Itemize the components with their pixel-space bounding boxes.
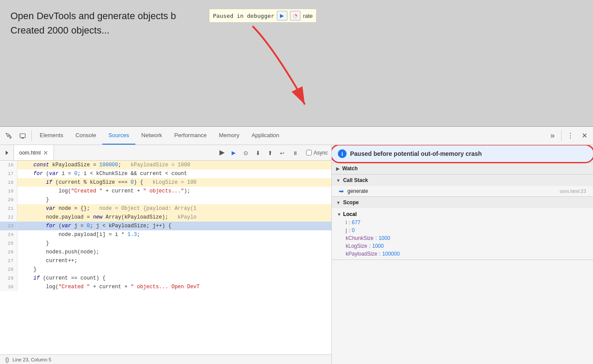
call-stack-toggle-icon: ▼ <box>336 178 340 183</box>
svg-rect-1 <box>20 134 25 138</box>
svg-text:⬇: ⬇ <box>256 150 260 156</box>
file-tab-oom[interactable]: oom.html ✕ <box>14 145 54 160</box>
oom-message-text: Paused before potential out-of-memory cr… <box>350 150 482 157</box>
svg-marker-3 <box>6 151 8 155</box>
scope-local-header[interactable]: ▼ Local <box>332 210 593 219</box>
call-stack-label: Call Stack <box>343 177 368 183</box>
step-button[interactable]: ⬆ <box>265 147 276 158</box>
toolbar-divider-1 <box>31 130 32 141</box>
oom-info-icon: i <box>338 149 347 158</box>
tab-performance[interactable]: Performance <box>168 127 212 145</box>
step-over-button[interactable]: ▶ <box>229 147 240 158</box>
file-tab-left-button[interactable] <box>0 145 14 160</box>
debugger-banner-text: Paused in debugger <box>213 13 274 19</box>
svg-text:▶: ▶ <box>232 150 236 156</box>
step-into-button[interactable]: ⊙ <box>241 147 252 158</box>
svg-text:⊙: ⊙ <box>243 150 248 156</box>
async-label[interactable]: Async <box>313 150 328 156</box>
code-line-21: 21 var node = {}; node = Object {payload… <box>0 204 331 213</box>
code-line-28: 28 } <box>0 265 331 274</box>
call-stack-arrow-icon: ➡ <box>339 188 344 195</box>
status-position: Line 23, Column 5 <box>13 357 51 362</box>
status-bar: {} Line 23, Column 5 <box>0 354 331 364</box>
debugger-banner: Paused in debugger ▶ ◔ rate <box>209 9 317 23</box>
tab-memory[interactable]: Memory <box>213 127 246 145</box>
scope-label: Scope <box>343 199 359 206</box>
call-stack-function-name: generate <box>347 188 559 194</box>
scope-content: ▼ Local i : 677 j : 0 kChunkSize <box>332 208 593 260</box>
watch-label: Watch <box>342 165 358 172</box>
scope-toggle-icon: ▼ <box>336 200 340 205</box>
file-tabbar: oom.html ✕ ▶ ⊙ ⬇ <box>0 145 331 161</box>
svg-rect-2 <box>21 138 24 138</box>
scope-section-header[interactable]: ▼ Scope <box>332 197 593 208</box>
devtools-panel: Elements Console Sources Network Perform… <box>0 126 593 364</box>
svg-text:⬆: ⬆ <box>268 150 273 156</box>
scope-local-label: Local <box>343 211 357 217</box>
svg-text:⏸: ⏸ <box>293 150 298 156</box>
more-tabs-button[interactable]: » <box>546 127 559 145</box>
pause-on-exceptions-button[interactable]: ⏸ <box>290 147 301 158</box>
code-editor[interactable]: 16 const kPayloadSize = 100000; kPayload… <box>0 161 331 354</box>
tab-sources[interactable]: Sources <box>102 127 135 145</box>
tab-application[interactable]: Application <box>246 127 286 145</box>
scope-var-kchunksize: kChunkSize : 1000 <box>332 234 593 242</box>
devtools-body: oom.html ✕ ▶ ⊙ ⬇ <box>0 145 593 364</box>
tab-elements[interactable]: Elements <box>34 127 69 145</box>
code-line-22: 22 node.payload = new Array(kPayloadSize… <box>0 213 331 222</box>
scope-var-kpayloadsize: kPayloadSize : 100000 <box>332 250 593 258</box>
file-tab-actions: ▶ ⊙ ⬇ ⬆ ↩ ⏸ <box>215 145 303 160</box>
code-line-25: 25 } <box>0 239 331 248</box>
devtools-menu-button[interactable]: ⋮ <box>563 127 577 145</box>
svg-marker-4 <box>219 150 225 155</box>
code-line-18: 18 if (current % kLogSize === 0) { kLogS… <box>0 178 331 187</box>
code-line-16: 16 const kPayloadSize = 100000; kPayload… <box>0 161 331 169</box>
status-icon: {} <box>5 356 9 363</box>
browser-page: Open DevTools and generate objects b Cre… <box>0 0 593 126</box>
watch-section-header[interactable]: ▶ Watch <box>332 163 593 174</box>
right-panel: i Paused before potential out-of-memory … <box>332 145 593 364</box>
call-stack-section: ▼ Call Stack ➡ generate oom.html:23 <box>332 175 593 197</box>
resume-button[interactable]: ▶ <box>277 11 287 20</box>
deactivate-breakpoints-button[interactable]: ↩ <box>277 147 289 158</box>
call-stack-location: oom.html:23 <box>559 189 586 194</box>
stop-button[interactable]: ◔ <box>290 11 300 20</box>
tab-network[interactable]: Network <box>135 127 168 145</box>
sources-panel: oom.html ✕ ▶ ⊙ ⬇ <box>0 145 332 364</box>
code-line-20: 20 } <box>0 195 331 204</box>
toolbar-spacer <box>285 127 546 145</box>
tab-console[interactable]: Console <box>69 127 102 145</box>
rate-label: rate <box>303 13 313 19</box>
async-checkbox-container: Async <box>303 145 331 160</box>
toolbar-divider-2 <box>561 130 562 141</box>
oom-message: i Paused before potential out-of-memory … <box>332 145 593 163</box>
scope-var-klogsize: kLogSize : 1000 <box>332 242 593 250</box>
devtools-close-button[interactable]: ✕ <box>577 127 591 145</box>
file-tab-spacer <box>54 145 215 160</box>
scope-var-j: j : 0 <box>332 226 593 234</box>
code-line-23: 23 for (var j = 0; j < kPayloadSize; j++… <box>0 222 331 230</box>
devtools-toolbar: Elements Console Sources Network Perform… <box>0 127 593 145</box>
code-line-19: 19 log("Created " + current + " objects.… <box>0 187 331 195</box>
code-line-26: 26 nodes.push(node); <box>0 248 331 256</box>
device-toolbar-button[interactable] <box>16 127 30 145</box>
inspect-element-button[interactable] <box>2 127 16 145</box>
scope-local-toggle-icon: ▼ <box>337 212 341 217</box>
code-line-27: 27 current++; <box>0 256 331 265</box>
code-line-29: 29 if (current == count) { <box>0 274 331 283</box>
code-line-24: 24 node.payload[i] = i * 1.3; <box>0 230 331 239</box>
watch-section: ▶ Watch <box>332 163 593 175</box>
code-line-30: 30 log("Created " + current + " objects.… <box>0 283 331 291</box>
scope-var-i: i : 677 <box>332 219 593 226</box>
file-tab-close-button[interactable]: ✕ <box>43 149 48 156</box>
pause-script-button[interactable] <box>216 147 228 158</box>
step-out-button[interactable]: ⬇ <box>253 147 264 158</box>
watch-toggle-icon: ▶ <box>336 166 340 171</box>
scope-section: ▼ Scope ▼ Local i : 677 j : <box>332 197 593 260</box>
svg-text:↩: ↩ <box>280 150 284 156</box>
file-tab-name: oom.html <box>19 150 40 156</box>
code-line-17: 17 for (var i = 0; i < kChunkSize && cur… <box>0 169 331 178</box>
async-checkbox[interactable] <box>306 150 312 155</box>
call-stack-section-header[interactable]: ▼ Call Stack <box>332 175 593 186</box>
call-stack-item-generate[interactable]: ➡ generate oom.html:23 <box>332 186 593 196</box>
